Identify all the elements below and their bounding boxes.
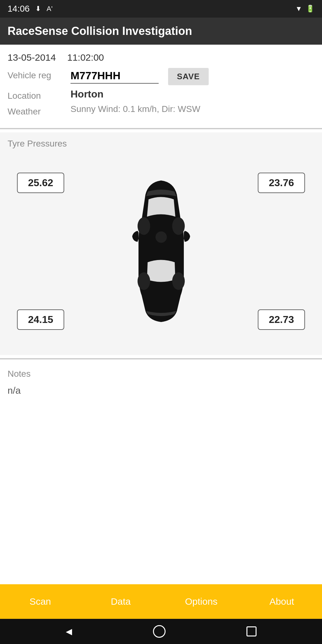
event-date: 13-05-2014 [8,52,56,63]
nav-data[interactable]: Data [81,584,161,619]
system-nav-bar: ◀ [0,619,322,644]
weather-label: Weather [8,104,71,117]
app-title: RaceSense Collision Investigation [8,25,192,37]
weather-row: Weather Sunny Wind: 0.1 km/h, Dir: WSW [8,104,314,117]
vehicle-reg-label: Vehicle reg [8,68,71,80]
nav-options[interactable]: Options [161,584,242,619]
svg-point-4 [155,231,167,243]
location-row: Location Horton [8,88,314,101]
battery-icon: 🔋 [306,5,314,13]
recents-button[interactable] [246,626,257,636]
car-top-view-icon [120,176,202,327]
location-value: Horton [71,88,104,100]
datetime-row: 13-05-2014 11:02:00 [0,45,322,68]
wifi-icon: ▼ [295,5,302,13]
info-section: Vehicle reg SAVE Location Horton Weather… [0,68,322,125]
tyre-front-right[interactable]: 23.76 [258,173,305,193]
svg-point-0 [138,217,150,235]
bottom-nav: Scan Data Options About [0,584,322,619]
tyre-front-left[interactable]: 25.62 [17,173,64,193]
nav-about[interactable]: About [241,584,322,619]
nav-scan[interactable]: Scan [0,584,81,619]
vehicle-reg-input[interactable] [71,69,159,84]
tyre-diagram: 25.62 23.76 24.15 22.73 [8,154,314,349]
tyre-rear-right[interactable]: 22.73 [258,309,305,330]
app-header: RaceSense Collision Investigation [0,18,322,45]
main-content: 13-05-2014 11:02:00 Vehicle reg SAVE Loc… [0,45,322,584]
tyre-rear-left[interactable]: 24.15 [17,309,64,330]
divider-top [0,128,322,129]
tyre-pressures-section: Tyre Pressures 25.62 23.76 24.15 22.73 [0,132,322,355]
font-icon: A' [47,5,53,13]
notes-value: n/a [8,385,314,396]
divider-bottom [0,358,322,359]
notes-section: Notes n/a [0,363,322,402]
save-button[interactable]: SAVE [168,68,209,85]
tyre-section-title: Tyre Pressures [8,139,314,149]
vehicle-reg-row: Vehicle reg SAVE [8,68,314,85]
home-button[interactable] [153,625,166,638]
svg-point-2 [138,272,150,290]
svg-point-3 [172,272,185,290]
download-icon: ⬇ [35,5,41,13]
back-button[interactable]: ◀ [66,627,72,636]
weather-value: Sunny Wind: 0.1 km/h, Dir: WSW [71,104,200,114]
vehicle-reg-container: SAVE [71,68,314,85]
status-bar: 14:06 ⬇ A' ▼ 🔋 [0,0,322,18]
status-time: 14:06 [8,4,30,14]
location-label: Location [8,88,71,101]
notes-title: Notes [8,369,314,379]
event-time: 11:02:00 [67,52,104,63]
svg-point-1 [172,217,185,235]
